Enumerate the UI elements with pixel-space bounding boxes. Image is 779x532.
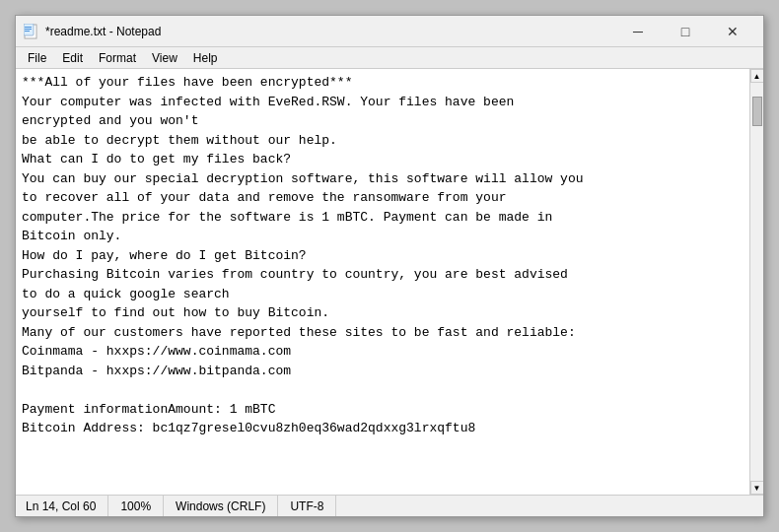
scroll-thumb[interactable] — [752, 97, 762, 126]
encoding-section: UTF-8 — [278, 496, 336, 516]
menu-file[interactable]: File — [20, 49, 54, 67]
window-title: *readme.txt - Notepad — [45, 25, 615, 38]
menu-format[interactable]: Format — [91, 49, 144, 67]
encoding-text: UTF-8 — [290, 499, 323, 513]
vertical-scrollbar[interactable]: ▲ ▼ — [749, 69, 763, 495]
svg-rect-7 — [25, 31, 30, 32]
notepad-window: *readme.txt - Notepad ─ □ ✕ File Edit Fo… — [15, 15, 764, 517]
text-editor[interactable] — [16, 69, 749, 495]
zoom-section: 100% — [108, 496, 164, 516]
svg-rect-5 — [25, 27, 32, 28]
minimize-button[interactable]: ─ — [615, 18, 661, 45]
maximize-button[interactable]: □ — [663, 18, 708, 45]
window-controls: ─ □ ✕ — [615, 18, 755, 45]
line-col-section: Ln 14, Col 60 — [20, 496, 108, 516]
editor-wrapper — [16, 69, 749, 495]
editor-area: ▲ ▼ — [16, 69, 763, 495]
scroll-up-arrow[interactable]: ▲ — [750, 69, 764, 83]
status-bar: Ln 14, Col 60 100% Windows (CRLF) UTF-8 — [16, 495, 763, 516]
scroll-down-arrow[interactable]: ▼ — [750, 481, 764, 495]
menu-bar: File Edit Format View Help — [16, 47, 763, 69]
line-col-text: Ln 14, Col 60 — [26, 499, 96, 513]
menu-view[interactable]: View — [144, 49, 185, 67]
svg-rect-6 — [25, 29, 32, 30]
menu-edit[interactable]: Edit — [54, 49, 91, 67]
line-ending-text: Windows (CRLF) — [176, 499, 265, 513]
line-ending-section: Windows (CRLF) — [164, 496, 278, 516]
menu-help[interactable]: Help — [185, 49, 226, 67]
close-button[interactable]: ✕ — [710, 18, 755, 45]
app-icon — [24, 24, 39, 39]
title-bar: *readme.txt - Notepad ─ □ ✕ — [16, 16, 763, 47]
zoom-text: 100% — [120, 499, 151, 513]
